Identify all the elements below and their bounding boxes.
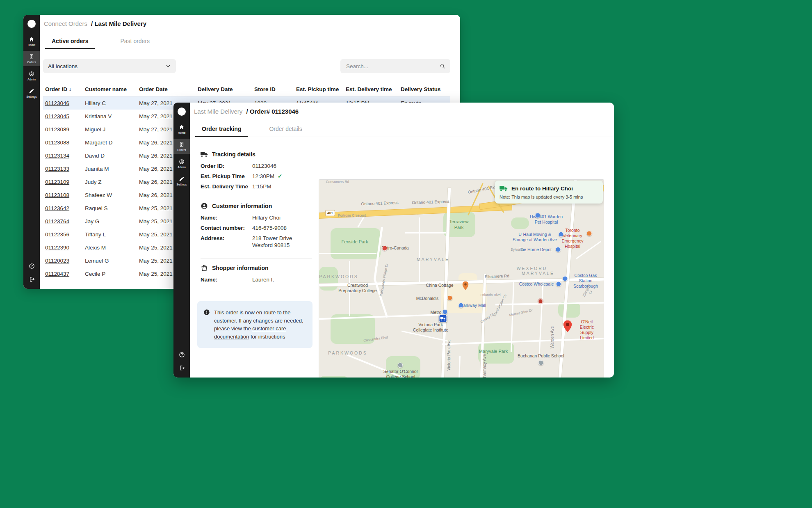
breadcrumb-parent[interactable]: Connect Orders <box>44 20 87 27</box>
sidebar-item-orders[interactable]: Orders <box>23 51 40 66</box>
map[interactable]: Consumers Rd401Ontario 401 ExpressOntari… <box>319 179 604 378</box>
map-marker-home-depot[interactable] <box>556 247 561 252</box>
order-status-notice: This order is now en route to the custom… <box>197 301 312 348</box>
sidebar-item-admin[interactable]: Admin <box>173 156 190 171</box>
map-label: PARKWOODS <box>319 274 358 279</box>
map-marker-buchanan-school[interactable] <box>538 360 544 366</box>
map-marker-china-cottage[interactable] <box>463 281 469 290</box>
breadcrumb-current-label: Last Mile Delivery <box>94 20 146 27</box>
order-id-link[interactable]: 01123133 <box>45 166 85 172</box>
admin-icon <box>29 71 34 77</box>
map-road <box>405 232 446 233</box>
app-logo[interactable] <box>178 108 186 116</box>
breadcrumb: Connect Orders / Last Mile Delivery <box>44 20 460 27</box>
map-marker-pet-hospital[interactable] <box>535 213 541 218</box>
order-id-link[interactable]: 01123046 <box>45 100 85 106</box>
map-label: Ellesmere Rd <box>485 274 509 280</box>
map-road <box>495 302 604 306</box>
sidebar-item-label: Settings <box>176 183 187 186</box>
order-id-link[interactable]: 01123134 <box>45 153 85 159</box>
logout-button[interactable] <box>29 276 35 282</box>
tab-order-tracking[interactable]: Order tracking <box>195 126 248 137</box>
map-label: Fortrose Crescent <box>338 213 366 218</box>
column-header[interactable]: Order ID ↓ <box>45 86 85 92</box>
map-label: 401 <box>325 210 335 216</box>
order-id-link[interactable]: 01122390 <box>45 245 85 251</box>
map-marker-petro-canada[interactable] <box>382 246 388 251</box>
map-label: Senator O'Connor College School <box>383 369 418 378</box>
column-header[interactable]: Est. Delivery time <box>346 86 401 92</box>
map-marker-parkway-mall[interactable] <box>458 303 464 308</box>
order-tracking-panel: Tracking details Order ID: 01123046 Est.… <box>190 137 317 348</box>
truck-icon <box>201 151 208 158</box>
logout-button[interactable] <box>179 365 185 371</box>
map-marker-senator-oconnor-school[interactable] <box>398 363 403 368</box>
truck-icon-green <box>500 185 508 192</box>
table-cell: Hillary C <box>85 100 139 106</box>
map-marker-mcdonalds[interactable] <box>447 295 453 301</box>
sidebar-item-home[interactable]: Home <box>173 121 190 137</box>
order-id-link[interactable]: 01123109 <box>45 179 85 185</box>
map-marker-u-haul[interactable] <box>559 232 564 237</box>
order-id-link[interactable]: 01120023 <box>45 258 85 264</box>
table-cell: Raquel S <box>85 205 139 211</box>
order-id-link[interactable]: 01128437 <box>45 271 85 277</box>
sort-desc-icon[interactable]: ↓ <box>67 86 72 92</box>
map-marker-toronto-veterinary[interactable] <box>587 231 592 236</box>
column-header[interactable]: Store ID <box>254 86 296 92</box>
tracking-details-title: Tracking details <box>212 151 255 158</box>
map-label: Orlando Blvd <box>480 293 500 297</box>
map-label: Fenside Park <box>342 239 368 245</box>
order-id-link[interactable]: 01123045 <box>45 113 85 119</box>
order-id-link[interactable]: 01123088 <box>45 140 85 146</box>
search-input[interactable] <box>345 63 436 70</box>
person-icon <box>201 202 208 210</box>
delivery-truck-marker[interactable] <box>439 315 447 323</box>
address-line1: 218 Tower Drive <box>252 235 292 241</box>
breadcrumb: Last Mile Delivery / Order# 01123046 <box>194 108 614 115</box>
map-marker-location-dot[interactable] <box>539 300 543 303</box>
search-icon[interactable] <box>440 63 445 69</box>
sidebar-item-home[interactable]: Home <box>23 34 40 49</box>
sidebar-item-settings[interactable]: Settings <box>23 85 40 101</box>
tab-past-orders[interactable]: Past orders <box>114 38 156 49</box>
table-cell: Juanita M <box>85 166 139 172</box>
customer-name-label: Name: <box>201 214 252 221</box>
contact-number-row: Contact number: 416-675-9008 <box>201 224 317 231</box>
map-park-area <box>511 217 529 229</box>
map-callout-title: En route to Hillary Choi <box>511 185 573 192</box>
map-marker-costco-wholesale[interactable] <box>556 281 561 287</box>
tab-active-orders[interactable]: Active orders <box>45 38 95 49</box>
help-button[interactable] <box>179 352 185 358</box>
map-label: Parkwoods Village Dr <box>379 263 389 297</box>
map-label: Costco Wholesale <box>519 281 554 287</box>
order-id-link[interactable]: 01123089 <box>45 126 85 133</box>
app-logo[interactable] <box>27 20 36 28</box>
back-sidebar: HomeOrdersAdminSettings <box>23 15 40 289</box>
breadcrumb-parent[interactable]: Last Mile Delivery <box>194 108 242 115</box>
sidebar-item-orders[interactable]: Orders <box>173 139 190 154</box>
order-tracking-window: HomeOrdersAdminSettings Last Mile Delive… <box>173 103 614 378</box>
column-header[interactable]: Delivery Status <box>401 86 450 92</box>
column-header[interactable]: Order Date <box>139 86 198 92</box>
map-label: The Home Depot <box>519 247 552 252</box>
tab-order-details[interactable]: Order details <box>262 126 308 137</box>
map-marker-metro[interactable] <box>442 309 448 315</box>
column-header[interactable]: Delivery Date <box>198 86 254 92</box>
order-id-link[interactable]: 01123108 <box>45 192 85 198</box>
sidebar-item-admin[interactable]: Admin <box>23 68 40 83</box>
column-header[interactable]: Est. Pickup time <box>296 86 346 92</box>
map-label: Crestwood Preparatory College <box>338 283 376 293</box>
order-id-link[interactable]: 01122356 <box>45 231 85 238</box>
sidebar-item-settings[interactable]: Settings <box>173 173 190 188</box>
search-box[interactable] <box>340 59 450 73</box>
order-id-link[interactable]: 01123764 <box>45 218 85 224</box>
destination-pin[interactable] <box>563 320 572 332</box>
orders-icon <box>179 142 185 147</box>
location-dropdown[interactable]: All locations <box>43 59 176 73</box>
help-button[interactable] <box>29 263 35 269</box>
table-cell: Lemuel G <box>85 258 139 264</box>
order-id-link[interactable]: 01123642 <box>45 205 85 211</box>
column-header[interactable]: Customer name <box>85 86 139 92</box>
map-marker-costco-gas-station[interactable] <box>563 276 568 281</box>
